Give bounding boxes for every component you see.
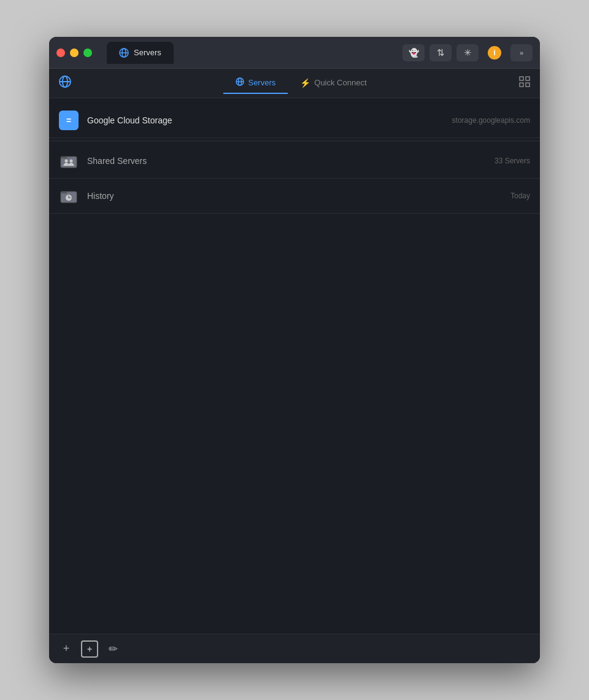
svg-point-14 [65,160,68,163]
servers-tab-label: Servers [248,78,275,87]
titlebar-tab-label: Servers [134,48,161,57]
traffic-lights [56,49,92,57]
svg-rect-11 [520,83,523,87]
transfer-button[interactable]: ⇅ [429,44,452,61]
divider [49,141,540,141]
tab-quick-connect[interactable]: ⚡ Quick Connect [288,73,379,94]
close-button[interactable] [56,49,65,57]
titlebar-actions: 👻 ⇅ ✳ i » [402,44,533,61]
spinner-button[interactable]: ✳ [456,44,479,61]
server-item-google-cloud[interactable]: = Google Cloud Storage storage.googleapi… [49,103,540,138]
history-name: History [87,191,510,201]
tab-servers[interactable]: Servers [223,72,288,94]
edit-button[interactable]: ✏ [104,640,121,658]
server-url-google-cloud: storage.googleapis.com [452,116,530,125]
quick-connect-tab-label: Quick Connect [314,78,366,87]
servers-tab-globe-icon [236,77,244,88]
history-meta: Today [510,192,530,200]
transfer-icon: ⇅ [437,47,445,58]
tabs-container: Servers ⚡ Quick Connect [83,72,519,94]
titlebar-tab[interactable]: Servers [107,42,174,64]
server-icon-google-cloud: = [59,111,79,130]
toolbar-globe-icon [59,76,71,91]
ghost-button[interactable]: 👻 [402,44,425,61]
server-list: = Google Cloud Storage storage.googleapi… [49,98,540,634]
quick-connect-icon: ⚡ [300,78,310,88]
app-window: Servers 👻 ⇅ ✳ i » [49,37,540,663]
svg-rect-10 [526,77,529,80]
svg-rect-9 [520,77,523,80]
add-folder-button[interactable]: + [81,640,98,658]
grid-view-button[interactable] [519,76,530,90]
info-icon: i [488,46,501,60]
spinner-icon: ✳ [464,47,472,58]
more-button[interactable]: » [510,44,533,61]
folder-item-history[interactable]: History Today [49,179,540,214]
svg-point-15 [70,160,73,163]
add-folder-icon: + [87,644,92,654]
ghost-icon: 👻 [409,48,419,58]
bottom-toolbar: + + ✏ [49,634,540,663]
titlebar: Servers 👻 ⇅ ✳ i » [49,37,540,69]
svg-rect-12 [526,83,529,87]
edit-icon: ✏ [109,642,118,656]
shared-servers-name: Shared Servers [87,156,495,166]
main-toolbar: Servers ⚡ Quick Connect [49,69,540,98]
more-icon: » [520,49,523,56]
shared-servers-meta: 33 Servers [495,157,530,165]
folder-item-shared-servers[interactable]: Shared Servers 33 Servers [49,144,540,179]
add-icon: + [63,642,70,655]
minimize-button[interactable] [70,49,79,57]
add-server-button[interactable]: + [58,640,75,658]
history-icon [59,186,79,206]
server-name-google-cloud: Google Cloud Storage [87,115,452,125]
shared-servers-icon [59,151,79,171]
globe-icon [119,48,129,58]
maximize-button[interactable] [83,49,92,57]
info-button[interactable]: i [483,44,506,61]
